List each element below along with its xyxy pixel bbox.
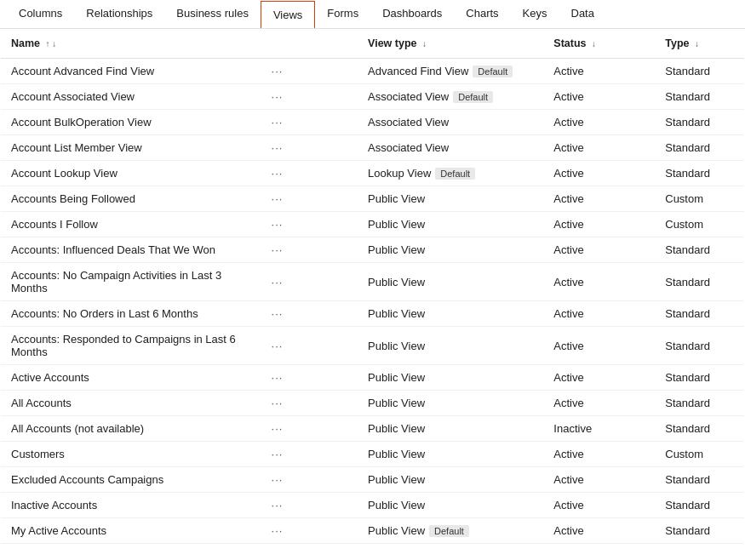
cell-more-options[interactable]: ··· [261,59,358,84]
cell-viewtype: Public View [358,544,543,551]
cell-name: Accounts Being Followed [1,186,261,212]
more-options-icon[interactable]: ··· [272,276,284,289]
col-header-status[interactable]: Status ↓ [543,29,655,59]
cell-more-options[interactable]: ··· [261,110,358,135]
cell-more-options[interactable]: ··· [261,467,358,493]
cell-more-options[interactable]: ··· [261,161,358,186]
table-row[interactable]: Accounts Being Followed···Public ViewAct… [1,186,744,212]
more-options-icon[interactable]: ··· [272,524,284,537]
cell-more-options[interactable]: ··· [261,391,358,416]
more-options-icon[interactable]: ··· [272,448,284,460]
more-options-icon[interactable]: ··· [272,192,284,205]
cell-more-options[interactable]: ··· [261,237,358,263]
cell-status: Active [543,161,655,186]
more-options-icon[interactable]: ··· [272,65,284,77]
cell-viewtype: Public View [358,365,543,391]
more-options-icon[interactable]: ··· [272,218,284,231]
table-row[interactable]: Accounts: Responded to Campaigns in Last… [1,327,744,365]
cell-more-options[interactable]: ··· [261,416,358,442]
cell-type: Standard [655,84,744,110]
table-row[interactable]: Account List Member View···Associated Vi… [1,135,744,161]
cell-status: Active [543,365,655,391]
table-row[interactable]: Excluded Accounts Campaigns···Public Vie… [1,467,744,493]
table-row[interactable]: Accounts I Follow···Public ViewActiveCus… [1,212,744,237]
cell-more-options[interactable]: ··· [261,327,358,365]
more-options-icon[interactable]: ··· [272,473,284,486]
more-options-icon[interactable]: ··· [272,307,284,320]
default-badge: Default [435,168,475,180]
table-row[interactable]: Account Lookup View···Lookup ViewDefault… [1,161,744,186]
cell-more-options[interactable]: ··· [261,544,358,551]
nav-tab-forms[interactable]: Forms [315,0,370,28]
cell-name: All Accounts (not available) [1,416,261,442]
cell-type: Standard [655,493,744,518]
cell-name: Customers [1,442,261,467]
table-row[interactable]: All Accounts···Public ViewActiveStandard [1,391,744,416]
nav-tab-relationships[interactable]: Relationships [74,0,164,28]
more-options-icon[interactable]: ··· [272,90,284,103]
more-options-icon[interactable]: ··· [272,340,284,352]
cell-viewtype: Public View [358,263,543,301]
nav-tab-views[interactable]: Views [261,1,315,28]
nav-tab-columns[interactable]: Columns [7,0,74,28]
cell-status: Active [543,186,655,212]
table-row[interactable]: Account BulkOperation View···Associated … [1,110,744,135]
cell-viewtype: Associated View [358,135,543,161]
cell-more-options[interactable]: ··· [261,263,358,301]
col-header-viewtype[interactable]: View type ↓ [358,29,543,59]
table-row[interactable]: My Active Accounts···Public ViewDefaultA… [1,518,744,544]
cell-status: Active [543,301,655,327]
table-row[interactable]: Inactive Accounts···Public ViewActiveSta… [1,493,744,518]
cell-more-options[interactable]: ··· [261,442,358,467]
more-options-icon[interactable]: ··· [272,167,284,180]
cell-name: My Connections [1,544,261,551]
cell-more-options[interactable]: ··· [261,518,358,544]
more-options-icon[interactable]: ··· [272,422,284,435]
cell-more-options[interactable]: ··· [261,186,358,212]
cell-more-options[interactable]: ··· [261,493,358,518]
table-row[interactable]: All Accounts (not available)···Public Vi… [1,416,744,442]
nav-tab-business-rules[interactable]: Business rules [164,0,261,28]
table-row[interactable]: Accounts: No Orders in Last 6 Months···P… [1,301,744,327]
cell-name: All Accounts [1,391,261,416]
cell-more-options[interactable]: ··· [261,365,358,391]
more-options-icon[interactable]: ··· [272,397,284,409]
more-options-icon[interactable]: ··· [272,499,284,511]
table-row[interactable]: Account Associated View···Associated Vie… [1,84,744,110]
table-row[interactable]: Account Advanced Find View···Advanced Fi… [1,59,744,84]
table-row[interactable]: My Connections···Public ViewActiveStanda… [1,544,744,551]
cell-more-options[interactable]: ··· [261,84,358,110]
cell-status: Active [543,391,655,416]
cell-more-options[interactable]: ··· [261,212,358,237]
cell-more-options[interactable]: ··· [261,135,358,161]
cell-viewtype: Public View [358,212,543,237]
cell-name: Active Accounts [1,365,261,391]
cell-type: Custom [655,212,744,237]
cell-viewtype: Public View [358,442,543,467]
cell-more-options[interactable]: ··· [261,301,358,327]
cell-type: Standard [655,416,744,442]
cell-viewtype: Public View [358,416,543,442]
status-sort-icon: ↓ [592,39,596,49]
cell-name: Account BulkOperation View [1,110,261,135]
nav-tab-charts[interactable]: Charts [454,0,510,28]
table-row[interactable]: Active Accounts···Public ViewActiveStand… [1,365,744,391]
cell-viewtype: Public View [358,186,543,212]
col-header-name[interactable]: Name ↑ ↓ [1,29,261,59]
nav-tab-keys[interactable]: Keys [511,0,559,28]
more-options-icon[interactable]: ··· [272,371,284,384]
more-options-icon[interactable]: ··· [272,550,284,551]
cell-type: Standard [655,467,744,493]
cell-status: Active [543,518,655,544]
nav-tab-data[interactable]: Data [559,0,606,28]
nav-tab-dashboards[interactable]: Dashboards [370,0,454,28]
table-row[interactable]: Accounts: Influenced Deals That We Won··… [1,237,744,263]
default-badge: Default [429,525,469,537]
cell-status: Active [543,544,655,551]
table-row[interactable]: Customers···Public ViewActiveCustom [1,442,744,467]
more-options-icon[interactable]: ··· [272,243,284,256]
more-options-icon[interactable]: ··· [272,116,284,129]
more-options-icon[interactable]: ··· [272,141,284,154]
col-header-type[interactable]: Type ↓ [655,29,744,59]
table-row[interactable]: Accounts: No Campaign Activities in Last… [1,263,744,301]
